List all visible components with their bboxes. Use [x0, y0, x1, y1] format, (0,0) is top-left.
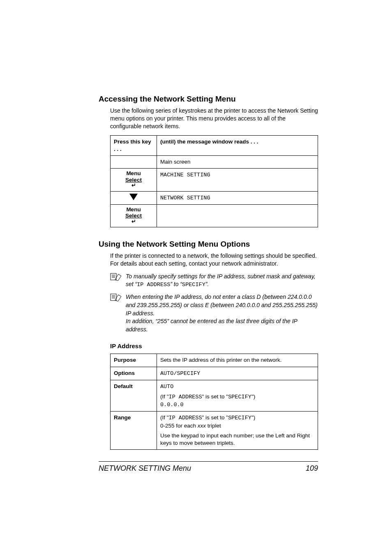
message-cell: MACHINE SETTING	[157, 169, 318, 191]
table-header-row: Press this key . . . (until) the message…	[111, 135, 318, 155]
table-row: Menu Select ↵ MACHINE SETTING	[111, 169, 318, 191]
note-1: To manually specify settings for the IP …	[110, 273, 318, 289]
enter-arrow-icon: ↵	[125, 219, 142, 224]
footer-title: NETWORK SETTING Menu	[99, 464, 191, 473]
table-row: Main screen	[111, 156, 318, 169]
key-cell-menu-select: Menu Select ↵	[111, 169, 157, 191]
message-cell: NETWORK SETTING	[157, 191, 318, 204]
ip-address-table: Purpose Sets the IP address of this prin…	[110, 354, 318, 450]
value-options: AUTO/SPECIFY	[157, 367, 318, 380]
menu-label: Menu	[126, 170, 141, 176]
table-row: Options AUTO/SPECIFY	[111, 367, 318, 380]
table-row: Range (If "IP ADDRESS" is set to "SPECIF…	[111, 412, 318, 450]
note-icon	[110, 273, 123, 282]
note-1-text: To manually specify settings for the IP …	[126, 273, 318, 289]
value-default: AUTO (If "IP ADDRESS" is set to "SPECIFY…	[157, 380, 318, 412]
note-2: When entering the IP address, do not ent…	[110, 293, 318, 333]
label-default: Default	[111, 380, 157, 412]
key-cell-blank	[111, 156, 157, 169]
label-range: Range	[111, 412, 157, 450]
intro-text-1: Use the following series of keystrokes a…	[110, 107, 318, 130]
key-cell-menu-select: Menu Select ↵	[111, 204, 157, 227]
note-2-text: When entering the IP address, do not ent…	[126, 293, 318, 333]
keystroke-table: Press this key . . . (until) the message…	[110, 135, 318, 227]
header-message-window: (until) the message window reads . . .	[157, 135, 318, 155]
table-row: Purpose Sets the IP address of this prin…	[111, 354, 318, 367]
value-range: (If "IP ADDRESS" is set to "SPECIFY") 0-…	[157, 412, 318, 450]
message-cell	[157, 204, 318, 227]
table-row: Menu Select ↵	[111, 204, 318, 227]
heading-using-options: Using the Network Setting Menu Options	[99, 240, 318, 249]
heading-accessing: Accessing the Network Setting Menu	[99, 95, 318, 104]
menu-label: Menu	[126, 206, 141, 213]
page-footer: NETWORK SETTING Menu 109	[99, 461, 318, 473]
message-cell: Main screen	[157, 156, 318, 169]
label-options: Options	[111, 367, 157, 380]
heading-ip-address: IP Address	[110, 342, 318, 349]
note-icon	[110, 293, 123, 303]
intro-text-2: If the printer is connected to a network…	[110, 252, 318, 268]
down-arrow-icon	[129, 194, 138, 200]
value-purpose: Sets the IP address of this printer on t…	[157, 354, 318, 367]
table-row: NETWORK SETTING	[111, 191, 318, 204]
enter-arrow-icon: ↵	[125, 183, 142, 188]
key-cell-down	[111, 191, 157, 204]
table-row: Default AUTO (If "IP ADDRESS" is set to …	[111, 380, 318, 412]
header-press-this-key: Press this key . . .	[111, 135, 157, 155]
footer-page-number: 109	[306, 464, 318, 473]
label-purpose: Purpose	[111, 354, 157, 367]
